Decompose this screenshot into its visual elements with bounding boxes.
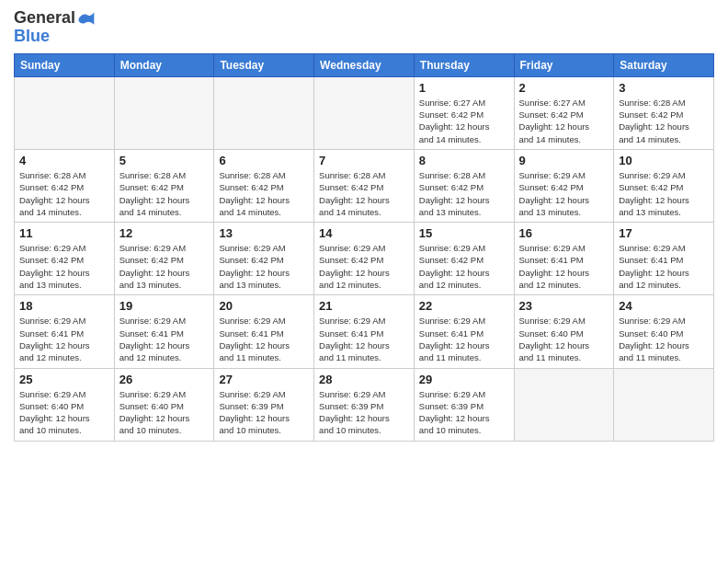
day-number: 5	[119, 154, 210, 167]
day-number: 10	[619, 154, 709, 167]
day-number: 14	[319, 226, 409, 240]
day-number: 1	[419, 81, 509, 95]
day-number: 27	[219, 373, 309, 386]
calendar-cell: 2Sunrise: 6:27 AM Sunset: 6:42 PM Daylig…	[514, 76, 614, 149]
day-number: 9	[519, 154, 609, 167]
calendar-cell	[314, 76, 415, 149]
day-number: 21	[319, 299, 409, 313]
day-info: Sunrise: 6:29 AM Sunset: 6:39 PM Dayligh…	[319, 388, 409, 437]
calendar-cell: 8Sunrise: 6:28 AM Sunset: 6:42 PM Daylig…	[414, 149, 514, 222]
week-row-2: 4Sunrise: 6:28 AM Sunset: 6:42 PM Daylig…	[15, 149, 714, 222]
calendar: SundayMondayTuesdayWednesdayThursdayFrid…	[14, 53, 714, 442]
week-row-4: 18Sunrise: 6:29 AM Sunset: 6:41 PM Dayli…	[15, 295, 714, 368]
day-info: Sunrise: 6:27 AM Sunset: 6:42 PM Dayligh…	[519, 97, 609, 145]
day-number: 3	[619, 81, 709, 95]
day-number: 11	[19, 226, 109, 240]
calendar-cell: 5Sunrise: 6:28 AM Sunset: 6:42 PM Daylig…	[114, 149, 214, 222]
day-info: Sunrise: 6:29 AM Sunset: 6:42 PM Dayligh…	[219, 242, 309, 291]
header: General Blue	[14, 9, 714, 46]
calendar-cell: 24Sunrise: 6:29 AM Sunset: 6:40 PM Dayli…	[614, 295, 714, 368]
day-number: 19	[119, 299, 210, 313]
day-info: Sunrise: 6:29 AM Sunset: 6:41 PM Dayligh…	[119, 315, 210, 363]
day-number: 23	[519, 299, 609, 313]
week-row-5: 25Sunrise: 6:29 AM Sunset: 6:40 PM Dayli…	[15, 368, 714, 441]
calendar-header-friday: Friday	[514, 53, 614, 76]
calendar-cell: 17Sunrise: 6:29 AM Sunset: 6:41 PM Dayli…	[614, 223, 714, 295]
day-number: 2	[519, 81, 609, 95]
calendar-cell	[114, 76, 214, 149]
calendar-cell: 29Sunrise: 6:29 AM Sunset: 6:39 PM Dayli…	[414, 368, 514, 441]
calendar-cell	[614, 368, 714, 441]
calendar-cell: 14Sunrise: 6:29 AM Sunset: 6:42 PM Dayli…	[314, 223, 415, 295]
day-info: Sunrise: 6:28 AM Sunset: 6:42 PM Dayligh…	[219, 169, 309, 218]
calendar-cell: 19Sunrise: 6:29 AM Sunset: 6:41 PM Dayli…	[114, 295, 214, 368]
day-info: Sunrise: 6:29 AM Sunset: 6:40 PM Dayligh…	[519, 315, 609, 363]
calendar-cell: 20Sunrise: 6:29 AM Sunset: 6:41 PM Dayli…	[214, 295, 314, 368]
day-number: 28	[319, 373, 409, 386]
day-info: Sunrise: 6:29 AM Sunset: 6:42 PM Dayligh…	[119, 242, 210, 291]
calendar-cell: 22Sunrise: 6:29 AM Sunset: 6:41 PM Dayli…	[414, 295, 514, 368]
calendar-cell: 4Sunrise: 6:28 AM Sunset: 6:42 PM Daylig…	[15, 149, 115, 222]
day-info: Sunrise: 6:29 AM Sunset: 6:42 PM Dayligh…	[419, 242, 509, 291]
logo-text-general: General	[14, 9, 75, 28]
calendar-cell: 9Sunrise: 6:29 AM Sunset: 6:42 PM Daylig…	[514, 149, 614, 222]
day-info: Sunrise: 6:29 AM Sunset: 6:42 PM Dayligh…	[619, 169, 709, 218]
calendar-cell: 11Sunrise: 6:29 AM Sunset: 6:42 PM Dayli…	[15, 223, 115, 295]
calendar-cell	[15, 76, 115, 149]
day-info: Sunrise: 6:28 AM Sunset: 6:42 PM Dayligh…	[119, 169, 210, 218]
day-number: 8	[419, 154, 509, 167]
calendar-header-thursday: Thursday	[414, 53, 514, 76]
day-info: Sunrise: 6:29 AM Sunset: 6:40 PM Dayligh…	[19, 388, 109, 437]
calendar-header-sunday: Sunday	[15, 53, 115, 76]
week-row-3: 11Sunrise: 6:29 AM Sunset: 6:42 PM Dayli…	[15, 223, 714, 295]
day-number: 16	[519, 226, 609, 240]
calendar-header-row: SundayMondayTuesdayWednesdayThursdayFrid…	[15, 53, 714, 76]
day-number: 4	[19, 154, 109, 167]
calendar-cell: 28Sunrise: 6:29 AM Sunset: 6:39 PM Dayli…	[314, 368, 415, 441]
calendar-cell: 13Sunrise: 6:29 AM Sunset: 6:42 PM Dayli…	[214, 223, 314, 295]
day-info: Sunrise: 6:27 AM Sunset: 6:42 PM Dayligh…	[419, 97, 509, 145]
day-info: Sunrise: 6:29 AM Sunset: 6:42 PM Dayligh…	[519, 169, 609, 218]
day-info: Sunrise: 6:29 AM Sunset: 6:42 PM Dayligh…	[19, 242, 109, 291]
day-info: Sunrise: 6:29 AM Sunset: 6:39 PM Dayligh…	[419, 388, 509, 437]
logo-text-blue: Blue	[14, 28, 96, 46]
calendar-cell: 7Sunrise: 6:28 AM Sunset: 6:42 PM Daylig…	[314, 149, 415, 222]
day-info: Sunrise: 6:28 AM Sunset: 6:42 PM Dayligh…	[619, 97, 709, 145]
day-info: Sunrise: 6:29 AM Sunset: 6:40 PM Dayligh…	[619, 315, 709, 363]
calendar-cell	[214, 76, 314, 149]
day-info: Sunrise: 6:29 AM Sunset: 6:41 PM Dayligh…	[319, 315, 409, 363]
day-info: Sunrise: 6:29 AM Sunset: 6:42 PM Dayligh…	[319, 242, 409, 291]
calendar-cell: 10Sunrise: 6:29 AM Sunset: 6:42 PM Dayli…	[614, 149, 714, 222]
day-info: Sunrise: 6:29 AM Sunset: 6:39 PM Dayligh…	[219, 388, 309, 437]
calendar-cell: 18Sunrise: 6:29 AM Sunset: 6:41 PM Dayli…	[15, 295, 115, 368]
day-number: 17	[619, 226, 709, 240]
calendar-cell: 27Sunrise: 6:29 AM Sunset: 6:39 PM Dayli…	[214, 368, 314, 441]
day-number: 13	[219, 226, 309, 240]
calendar-cell: 23Sunrise: 6:29 AM Sunset: 6:40 PM Dayli…	[514, 295, 614, 368]
day-info: Sunrise: 6:29 AM Sunset: 6:41 PM Dayligh…	[19, 315, 109, 363]
day-number: 26	[119, 373, 210, 386]
day-info: Sunrise: 6:28 AM Sunset: 6:42 PM Dayligh…	[419, 169, 509, 218]
calendar-cell: 21Sunrise: 6:29 AM Sunset: 6:41 PM Dayli…	[314, 295, 415, 368]
day-number: 24	[619, 299, 709, 313]
calendar-cell	[514, 368, 614, 441]
logo-icon	[77, 9, 96, 28]
day-info: Sunrise: 6:28 AM Sunset: 6:42 PM Dayligh…	[19, 169, 109, 218]
day-number: 29	[419, 373, 509, 386]
day-info: Sunrise: 6:29 AM Sunset: 6:40 PM Dayligh…	[119, 388, 210, 437]
logo: General Blue	[14, 9, 96, 46]
day-number: 22	[419, 299, 509, 313]
day-info: Sunrise: 6:29 AM Sunset: 6:41 PM Dayligh…	[219, 315, 309, 363]
calendar-header-saturday: Saturday	[614, 53, 714, 76]
calendar-cell: 15Sunrise: 6:29 AM Sunset: 6:42 PM Dayli…	[414, 223, 514, 295]
calendar-cell: 6Sunrise: 6:28 AM Sunset: 6:42 PM Daylig…	[214, 149, 314, 222]
day-info: Sunrise: 6:28 AM Sunset: 6:42 PM Dayligh…	[319, 169, 409, 218]
calendar-cell: 16Sunrise: 6:29 AM Sunset: 6:41 PM Dayli…	[514, 223, 614, 295]
day-number: 6	[219, 154, 309, 167]
calendar-header-monday: Monday	[114, 53, 214, 76]
calendar-cell: 3Sunrise: 6:28 AM Sunset: 6:42 PM Daylig…	[614, 76, 714, 149]
calendar-cell: 12Sunrise: 6:29 AM Sunset: 6:42 PM Dayli…	[114, 223, 214, 295]
day-number: 15	[419, 226, 509, 240]
week-row-1: 1Sunrise: 6:27 AM Sunset: 6:42 PM Daylig…	[15, 76, 714, 149]
day-number: 7	[319, 154, 409, 167]
